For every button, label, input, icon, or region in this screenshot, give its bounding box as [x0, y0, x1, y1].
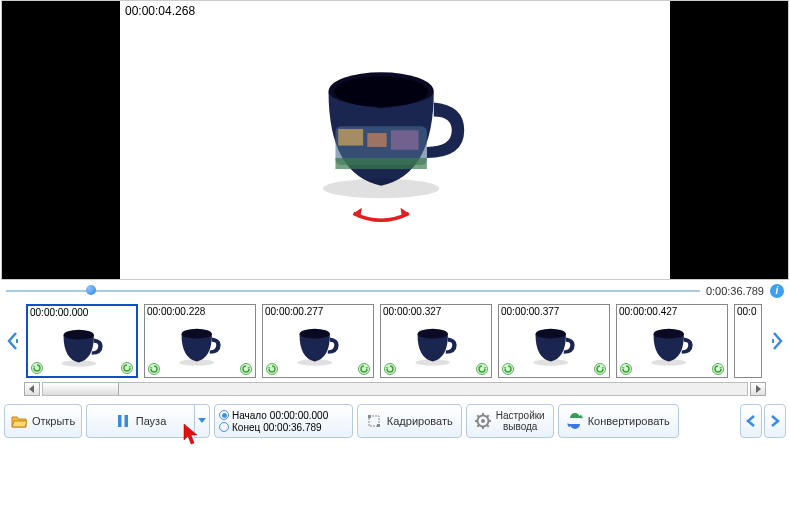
open-label: Открыть: [32, 415, 75, 427]
frame-image: [57, 320, 107, 370]
chevron-right-icon: [770, 415, 780, 427]
pause-button[interactable]: Пауза: [86, 404, 194, 438]
frame-marker-right-icon: [476, 363, 488, 375]
frame-image: [293, 319, 343, 369]
folder-open-icon: [11, 413, 27, 429]
pause-label: Пауза: [136, 415, 167, 427]
pause-icon: [115, 413, 131, 429]
frame-marker-left-icon: [502, 363, 514, 375]
frame-timecode: 00:00:00.327: [382, 306, 442, 317]
frame-marker-left-icon: [620, 363, 632, 375]
frame-image: [529, 319, 579, 369]
convert-button[interactable]: Конвертировать: [558, 404, 679, 438]
frame-marker-right-icon: [712, 363, 724, 375]
frame-marker-right-icon: [121, 362, 133, 374]
timeline-track[interactable]: [6, 287, 700, 295]
frame-image: [647, 319, 697, 369]
chevron-down-icon: [198, 418, 206, 424]
frame-timecode: 00:00:00.427: [618, 306, 678, 317]
crop-icon: [366, 413, 382, 429]
frame-marker-left-icon: [384, 363, 396, 375]
frame-scrollbar: [0, 380, 790, 398]
frame-timecode: 00:00:00.277: [264, 306, 324, 317]
crop-button[interactable]: Кадрировать: [357, 404, 462, 438]
frame-image: [175, 319, 225, 369]
timeline: 0:00:36.789 i: [0, 280, 790, 302]
frame-thumbnail[interactable]: 00:00:00.427: [616, 304, 728, 378]
frame-marker-right-icon: [240, 363, 252, 375]
frame-marker-left-icon: [148, 363, 160, 375]
convert-label: Конвертировать: [588, 415, 670, 427]
frame-thumbnail[interactable]: 00:0: [734, 304, 762, 378]
info-icon[interactable]: i: [770, 284, 784, 298]
frame-thumbnail[interactable]: 00:00:00.228: [144, 304, 256, 378]
play-pause-split-button: Пауза: [86, 404, 210, 438]
duration-label: 0:00:36.789: [706, 285, 764, 297]
frames-next-button[interactable]: [768, 306, 786, 376]
time-range-group: Начало Конец: [214, 404, 353, 438]
frame-thumbnail[interactable]: 00:00:00.377: [498, 304, 610, 378]
scroll-track[interactable]: [42, 382, 748, 396]
frame-image: [411, 319, 461, 369]
end-radio[interactable]: [219, 422, 229, 432]
scroll-left-button[interactable]: [24, 382, 40, 396]
timecode-overlay: 00:00:04.268: [122, 3, 198, 19]
frame-strip: 00:00:00.00000:00:00.22800:00:00.27700:0…: [0, 302, 790, 380]
frame-marker-left-icon: [266, 363, 278, 375]
frame-marker-right-icon: [358, 363, 370, 375]
end-label: Конец: [232, 422, 260, 433]
svg-line-26: [486, 415, 488, 417]
svg-line-24: [486, 425, 488, 427]
start-label: Начало: [232, 410, 267, 421]
open-button[interactable]: Открыть: [4, 404, 82, 438]
frame-timecode: 00:00:00.377: [500, 306, 560, 317]
end-time-input[interactable]: [263, 422, 341, 433]
settings-label: Настройки вывода: [496, 410, 545, 432]
start-time-input[interactable]: [270, 410, 348, 421]
nav-buttons: [740, 404, 786, 438]
nav-next-button[interactable]: [764, 404, 786, 438]
convert-icon: [567, 413, 583, 429]
toolbar: Открыть Пауза Начало Конец: [0, 398, 790, 444]
video-viewer: 00:00:04.268: [1, 0, 789, 280]
timeline-playhead[interactable]: [86, 285, 96, 295]
frame-thumbnail[interactable]: 00:00:00.000: [26, 304, 138, 378]
scroll-thumb[interactable]: [43, 383, 119, 395]
preview-image: [305, 40, 485, 240]
svg-rect-13: [124, 415, 128, 427]
svg-line-25: [477, 425, 479, 427]
frame-timecode: 00:00:00.228: [146, 306, 206, 317]
frame-marker-left-icon: [31, 362, 43, 374]
svg-point-18: [481, 419, 485, 423]
frame-timecode: 00:0: [736, 306, 757, 317]
pillarbox-left: [2, 1, 120, 279]
frames-prev-button[interactable]: [4, 306, 22, 376]
scroll-right-button[interactable]: [750, 382, 766, 396]
svg-line-23: [477, 415, 479, 417]
pillarbox-right: [670, 1, 788, 279]
svg-rect-16: [377, 424, 380, 427]
nav-prev-button[interactable]: [740, 404, 762, 438]
gear-icon: [475, 413, 491, 429]
frame-thumbnail[interactable]: 00:00:00.327: [380, 304, 492, 378]
video-frame[interactable]: 00:00:04.268: [120, 1, 670, 279]
frame-marker-right-icon: [594, 363, 606, 375]
chevron-left-icon: [746, 415, 756, 427]
svg-rect-15: [368, 415, 371, 418]
start-radio[interactable]: [219, 410, 229, 420]
play-dropdown-button[interactable]: [194, 404, 210, 438]
crop-label: Кадрировать: [387, 415, 453, 427]
frame-thumbnail[interactable]: 00:00:00.277: [262, 304, 374, 378]
frame-timecode: 00:00:00.000: [29, 307, 89, 318]
svg-rect-12: [118, 415, 122, 427]
output-settings-button[interactable]: Настройки вывода: [466, 404, 554, 438]
